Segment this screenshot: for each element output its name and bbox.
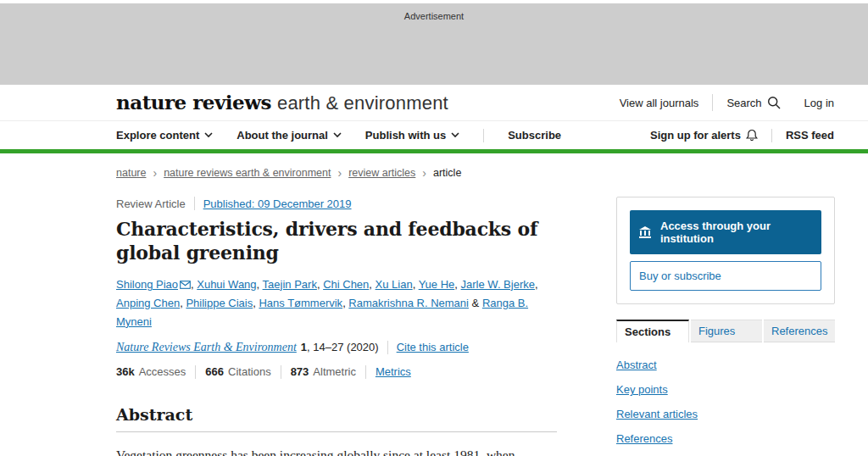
breadcrumb-separator: › [337,167,342,179]
author-link[interactable]: Yue He [419,278,455,291]
section-link-relevant-articles[interactable]: Relevant articles [616,408,698,420]
nav-about-journal[interactable]: About the journal [236,129,342,142]
sections-list: Abstract Key points Relevant articles Re… [616,359,835,456]
pages-years: , 14–27 (2020) [307,341,379,353]
abstract-heading: Abstract [116,405,557,424]
section-link-abstract[interactable]: Abstract [616,359,657,371]
author-link[interactable]: Taejin Park [263,278,317,291]
nav-publish-with-us[interactable]: Publish with us [365,129,459,142]
author-link[interactable]: Anping Chen [116,297,180,309]
search-link[interactable]: Search [726,96,780,109]
author-link[interactable]: Jarle W. Bjerke [461,278,535,291]
section-link-references[interactable]: References [616,432,672,445]
article-main: Review Article Published: 09 December 20… [116,197,557,456]
article-type-label: Review Article [116,197,186,210]
altmetric-label: Altmetric [313,365,356,378]
section-link-key-points[interactable]: Key points [616,383,668,396]
nav-signup-alerts[interactable]: Sign up for alerts [650,129,758,142]
view-all-journals-link[interactable]: View all journals [620,97,699,109]
breadcrumb-link-journal[interactable]: nature reviews earth & environment [164,167,331,179]
chevron-down-icon [204,132,213,138]
cite-article-link[interactable]: Cite this article [397,341,469,353]
breadcrumb-current: article [433,167,461,179]
abstract-divider [116,431,557,432]
breadcrumb-link-nature[interactable]: nature [116,167,146,179]
abstract-text: Vegetation greenness has been increasing… [116,443,557,456]
primary-nav: Explore content About the journal Publis… [0,121,868,149]
header-divider [712,94,713,111]
article-title: Characteristics, drivers and feedbacks o… [116,218,557,265]
nav-subscribe[interactable]: Subscribe [508,129,561,142]
chevron-down-icon [333,132,342,138]
journal-logo[interactable]: nature reviews earth & environment [116,91,448,114]
search-icon [767,96,781,109]
list-item: Relevant articles [616,408,835,420]
access-institution-button[interactable]: Access through your institution [630,210,821,254]
citations-count: 666 [205,365,224,378]
breadcrumb-separator: › [153,167,157,179]
chevron-down-icon [451,132,459,138]
login-link[interactable]: Log in [804,97,834,109]
author-link[interactable]: Xuhui Wang [197,278,256,291]
breadcrumb: nature › nature reviews earth & environm… [116,167,835,179]
accesses-label: Accesses [139,365,186,378]
nav-rss-feed[interactable]: RSS feed [786,129,834,142]
breadcrumb-separator: › [422,167,426,179]
altmetric-count: 873 [291,365,309,378]
logo-journal-text: earth & environment [277,92,448,114]
sidebar-tabs: Sections Figures References [616,320,835,342]
list-item: References [616,432,835,445]
author-link[interactable]: Chi Chen [323,278,369,291]
advertisement-banner[interactable]: Advertisement [0,3,868,85]
logo-brand-text: nature reviews [116,91,271,114]
accesses-count: 36k [116,365,135,378]
author-link[interactable]: Xu Lian [376,278,413,291]
site-header: nature reviews earth & environment View … [0,85,868,121]
tab-figures[interactable]: Figures [691,320,762,342]
access-options-box: Access through your institution Buy or s… [616,197,835,304]
nav-divider [483,129,484,142]
tab-sections[interactable]: Sections [616,320,689,342]
buy-or-subscribe-button[interactable]: Buy or subscribe [630,261,821,291]
advertisement-label: Advertisement [404,11,464,21]
nav-divider [771,129,772,142]
author-link[interactable]: Philippe Ciais [186,297,253,309]
email-envelope-icon[interactable] [180,281,191,289]
tab-references[interactable]: References [764,320,835,342]
article-sidebar: Access through your institution Buy or s… [616,197,835,456]
author-list: Shilong Piao, Xuhui Wang, Taejin Park, C… [116,275,557,331]
nav-explore-content[interactable]: Explore content [116,129,213,142]
institution-icon [638,226,652,239]
metrics-details-link[interactable]: Metrics [376,365,411,378]
author-link[interactable]: Ramakrishna R. Nemani [348,297,469,309]
list-item: Key points [616,383,835,396]
author-link[interactable]: Hans Tømmervik [259,297,342,309]
journal-citation-link[interactable]: Nature Reviews Earth & Environment [116,341,297,354]
published-date-link[interactable]: Published: 09 December 2019 [203,197,352,210]
author-link[interactable]: Shilong Piao [116,278,178,291]
article-metrics: 36k Accesses 666 Citations 873 Altmetric… [116,365,557,379]
citations-label: Citations [228,365,271,378]
breadcrumb-link-review-articles[interactable]: review articles [348,167,415,179]
list-item: Abstract [616,359,835,371]
journal-brand-bar [0,149,868,153]
volume-number: 1 [301,341,307,353]
bell-icon [746,129,758,142]
